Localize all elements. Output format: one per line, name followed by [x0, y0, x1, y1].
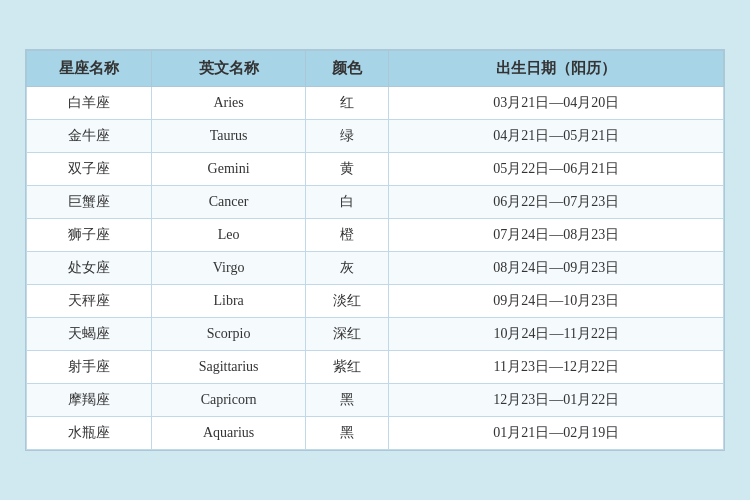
- cell-chinese-name: 巨蟹座: [27, 186, 152, 219]
- cell-chinese-name: 处女座: [27, 252, 152, 285]
- table-row: 双子座Gemini黄05月22日—06月21日: [27, 153, 724, 186]
- cell-dates: 10月24日—11月22日: [389, 318, 724, 351]
- table-row: 天秤座Libra淡红09月24日—10月23日: [27, 285, 724, 318]
- cell-color: 绿: [305, 120, 389, 153]
- cell-chinese-name: 天蝎座: [27, 318, 152, 351]
- cell-dates: 09月24日—10月23日: [389, 285, 724, 318]
- cell-chinese-name: 金牛座: [27, 120, 152, 153]
- cell-english-name: Virgo: [152, 252, 305, 285]
- cell-color: 黑: [305, 384, 389, 417]
- header-chinese-name: 星座名称: [27, 51, 152, 87]
- table-row: 狮子座Leo橙07月24日—08月23日: [27, 219, 724, 252]
- cell-english-name: Cancer: [152, 186, 305, 219]
- cell-english-name: Aries: [152, 87, 305, 120]
- cell-english-name: Libra: [152, 285, 305, 318]
- table-row: 天蝎座Scorpio深红10月24日—11月22日: [27, 318, 724, 351]
- cell-color: 黄: [305, 153, 389, 186]
- cell-color: 红: [305, 87, 389, 120]
- cell-chinese-name: 白羊座: [27, 87, 152, 120]
- cell-dates: 01月21日—02月19日: [389, 417, 724, 450]
- cell-dates: 11月23日—12月22日: [389, 351, 724, 384]
- cell-dates: 03月21日—04月20日: [389, 87, 724, 120]
- cell-chinese-name: 射手座: [27, 351, 152, 384]
- cell-color: 白: [305, 186, 389, 219]
- table-row: 巨蟹座Cancer白06月22日—07月23日: [27, 186, 724, 219]
- table-row: 射手座Sagittarius紫红11月23日—12月22日: [27, 351, 724, 384]
- cell-color: 黑: [305, 417, 389, 450]
- cell-english-name: Leo: [152, 219, 305, 252]
- cell-english-name: Sagittarius: [152, 351, 305, 384]
- table-row: 水瓶座Aquarius黑01月21日—02月19日: [27, 417, 724, 450]
- table-row: 摩羯座Capricorn黑12月23日—01月22日: [27, 384, 724, 417]
- cell-color: 橙: [305, 219, 389, 252]
- cell-color: 紫红: [305, 351, 389, 384]
- cell-chinese-name: 水瓶座: [27, 417, 152, 450]
- cell-english-name: Gemini: [152, 153, 305, 186]
- cell-dates: 04月21日—05月21日: [389, 120, 724, 153]
- zodiac-table: 星座名称 英文名称 颜色 出生日期（阳历） 白羊座Aries红03月21日—04…: [26, 50, 724, 450]
- cell-dates: 07月24日—08月23日: [389, 219, 724, 252]
- cell-chinese-name: 狮子座: [27, 219, 152, 252]
- table-row: 处女座Virgo灰08月24日—09月23日: [27, 252, 724, 285]
- zodiac-table-container: 星座名称 英文名称 颜色 出生日期（阳历） 白羊座Aries红03月21日—04…: [25, 49, 725, 451]
- cell-english-name: Taurus: [152, 120, 305, 153]
- table-row: 白羊座Aries红03月21日—04月20日: [27, 87, 724, 120]
- cell-chinese-name: 天秤座: [27, 285, 152, 318]
- cell-color: 灰: [305, 252, 389, 285]
- cell-dates: 05月22日—06月21日: [389, 153, 724, 186]
- cell-dates: 12月23日—01月22日: [389, 384, 724, 417]
- cell-dates: 08月24日—09月23日: [389, 252, 724, 285]
- cell-color: 深红: [305, 318, 389, 351]
- header-birthday: 出生日期（阳历）: [389, 51, 724, 87]
- table-header-row: 星座名称 英文名称 颜色 出生日期（阳历）: [27, 51, 724, 87]
- table-row: 金牛座Taurus绿04月21日—05月21日: [27, 120, 724, 153]
- cell-color: 淡红: [305, 285, 389, 318]
- cell-english-name: Scorpio: [152, 318, 305, 351]
- header-english-name: 英文名称: [152, 51, 305, 87]
- cell-chinese-name: 摩羯座: [27, 384, 152, 417]
- header-color: 颜色: [305, 51, 389, 87]
- cell-dates: 06月22日—07月23日: [389, 186, 724, 219]
- cell-english-name: Aquarius: [152, 417, 305, 450]
- cell-english-name: Capricorn: [152, 384, 305, 417]
- cell-chinese-name: 双子座: [27, 153, 152, 186]
